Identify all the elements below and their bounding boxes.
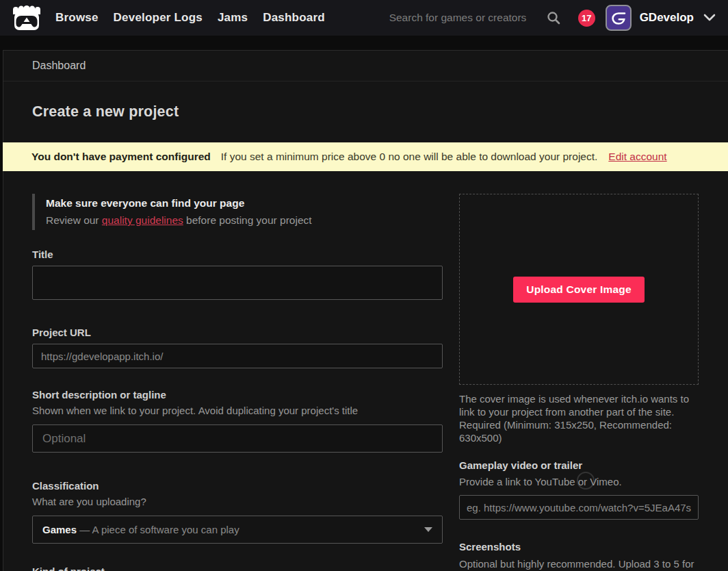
- project-url-label: Project URL: [32, 326, 443, 339]
- search-input[interactable]: [389, 12, 545, 24]
- quality-guidelines-link[interactable]: quality guidelines: [102, 214, 183, 226]
- screenshots-label: Screenshots: [459, 540, 699, 553]
- loading-spinner-icon: [577, 472, 595, 490]
- cover-image-note: The cover image is used whenever itch.io…: [459, 392, 699, 444]
- warning-text: If you set a minimum price above 0 no on…: [221, 151, 598, 163]
- payment-warning-bar: You don't have payment configured If you…: [3, 142, 728, 171]
- triangle-down-icon: [424, 527, 432, 532]
- nav-link-jams[interactable]: Jams: [210, 11, 255, 25]
- gameplay-video-label: Gameplay video or trailer: [459, 459, 699, 472]
- title-input[interactable]: [32, 266, 443, 300]
- search-icon[interactable]: [547, 11, 560, 25]
- cover-image-dropzone[interactable]: Upload Cover Image: [459, 194, 699, 385]
- form-content: Make sure everyone can find your page Re…: [3, 171, 728, 571]
- screenshots-help: Optional but highly recommended. Upload …: [459, 557, 699, 571]
- short-description-help: Shown when we link to your project. Avoi…: [32, 404, 443, 417]
- nav-link-browse[interactable]: Browse: [48, 11, 106, 25]
- nav-link-dashboard[interactable]: Dashboard: [255, 11, 333, 25]
- callout-text-after: before posting your project: [183, 214, 312, 226]
- kind-of-project-label: Kind of project: [32, 565, 443, 571]
- top-navbar: Browse Developer Logs Jams Dashboard 17 …: [0, 0, 728, 36]
- navbar-right-group: 17 GDevelop: [389, 5, 718, 31]
- username-label[interactable]: GDevelop: [640, 11, 694, 25]
- form-left-column: Make sure everyone can find your page Re…: [32, 194, 443, 571]
- classification-help: What are you uploading?: [32, 495, 443, 508]
- upload-cover-image-button[interactable]: Upload Cover Image: [513, 277, 644, 303]
- gdevelop-logo-icon: [610, 10, 627, 26]
- breadcrumb-row: Dashboard: [3, 51, 728, 81]
- warning-bold-text: You don't have payment configured: [31, 151, 211, 163]
- edit-account-link[interactable]: Edit account: [608, 151, 666, 163]
- short-description-label: Short description or tagline: [32, 388, 443, 401]
- gameplay-video-help-text: Provide a link to YouTube or Vimeo.: [459, 476, 622, 487]
- itchio-logo-svg: [12, 4, 42, 31]
- form-right-column: Upload Cover Image The cover image is us…: [459, 194, 699, 571]
- notification-badge[interactable]: 17: [578, 10, 595, 27]
- quality-guidelines-callout: Make sure everyone can find your page Re…: [32, 194, 443, 230]
- callout-title: Make sure everyone can find your page: [46, 196, 443, 211]
- title-field-label: Title: [32, 248, 443, 261]
- gameplay-video-help: Provide a link to YouTube or Vimeo.: [459, 475, 699, 488]
- classification-selected-description: — A piece of software you can play: [77, 524, 239, 535]
- classification-selected-value: Games: [42, 524, 77, 535]
- user-avatar[interactable]: [606, 5, 632, 31]
- classification-select[interactable]: Games — A piece of software you can play: [32, 516, 443, 544]
- itchio-logo-icon[interactable]: [11, 3, 42, 32]
- breadcrumb-dashboard[interactable]: Dashboard: [32, 60, 86, 72]
- main-navigation: Browse Developer Logs Jams Dashboard: [48, 11, 333, 25]
- page-container: Dashboard Create a new project You don't…: [3, 50, 728, 571]
- gameplay-video-input[interactable]: [459, 495, 699, 520]
- project-url-input[interactable]: [32, 344, 443, 368]
- chevron-down-icon[interactable]: [703, 14, 716, 22]
- title-block: Create a new project: [3, 81, 728, 120]
- short-description-input[interactable]: [32, 424, 443, 453]
- classification-label: Classification: [32, 479, 443, 492]
- callout-text-before: Review our: [46, 214, 102, 226]
- page-title: Create a new project: [32, 103, 699, 120]
- callout-subtitle: Review our quality guidelines before pos…: [46, 213, 443, 228]
- nav-link-developer-logs[interactable]: Developer Logs: [106, 11, 210, 25]
